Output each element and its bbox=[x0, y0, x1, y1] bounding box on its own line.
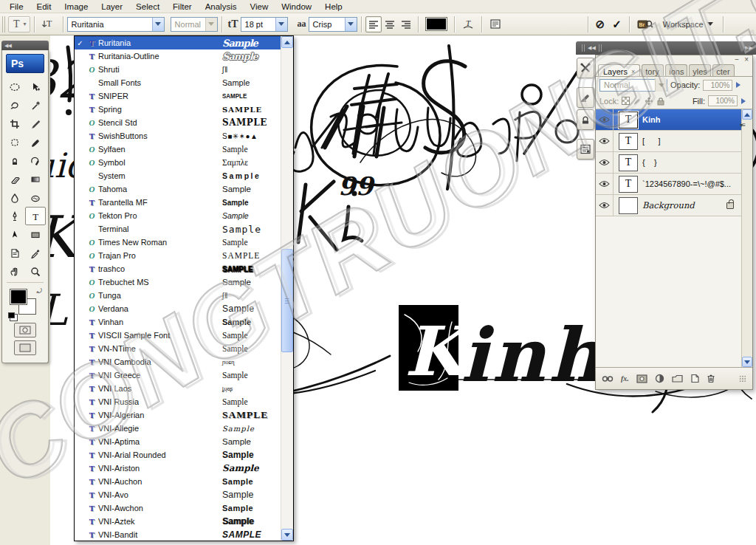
font-list-item[interactable]: T VNI-Allegie Sample bbox=[75, 422, 281, 435]
layer-visibility-toggle[interactable] bbox=[596, 109, 614, 130]
healing-brush-tool[interactable] bbox=[4, 133, 25, 151]
dock-grip[interactable] bbox=[582, 44, 585, 52]
layer-name[interactable]: `1234567890-=\~!@#$... bbox=[642, 179, 741, 188]
quick-mask-button[interactable] bbox=[14, 323, 36, 337]
delete-layer-button[interactable] bbox=[707, 374, 715, 383]
scroll-up-button[interactable] bbox=[742, 109, 752, 120]
font-list-item[interactable]: System Sample bbox=[75, 169, 281, 182]
font-list-item[interactable]: T VN-NTime Sample bbox=[75, 342, 281, 355]
character-panel-button[interactable] bbox=[577, 139, 594, 160]
scroll-up-button[interactable] bbox=[281, 36, 293, 48]
font-list-item[interactable]: O Trebuchet MS Sample bbox=[75, 275, 281, 289]
align-center-button[interactable] bbox=[382, 16, 398, 32]
clone-source-panel-button[interactable] bbox=[577, 109, 594, 130]
pen-tool[interactable] bbox=[4, 207, 25, 225]
eyedropper-tool[interactable] bbox=[25, 244, 46, 262]
dock-grip[interactable] bbox=[599, 44, 602, 52]
lasso-tool[interactable] bbox=[4, 96, 25, 114]
collapse-left-icon[interactable]: ◀◀ bbox=[588, 45, 596, 51]
combo-arrow-icon[interactable] bbox=[345, 18, 357, 31]
screen-mode-button[interactable] bbox=[14, 340, 36, 355]
panel-tab[interactable]: tory bbox=[642, 64, 664, 76]
layer-row[interactable]: T [ ] bbox=[596, 131, 741, 152]
font-list-item[interactable]: T VNI-Ariston Sample bbox=[75, 462, 281, 475]
font-list-item[interactable]: O Symbol Σαμπλε bbox=[75, 156, 281, 169]
clone-stamp-tool[interactable] bbox=[4, 151, 25, 170]
font-list-item[interactable]: T VNI-Algerian SAMPLE bbox=[75, 408, 281, 422]
layer-thumbnail[interactable]: T bbox=[619, 133, 638, 150]
layer-row[interactable]: Background bbox=[596, 195, 741, 216]
shape-tool[interactable] bbox=[25, 225, 46, 244]
bridge-button[interactable]: Br bbox=[633, 16, 657, 32]
lock-transparency-icon[interactable] bbox=[622, 97, 630, 105]
opacity-value[interactable]: 100% bbox=[703, 80, 732, 91]
brush-tool[interactable] bbox=[25, 133, 46, 151]
collapse-right-icon[interactable]: ▶▶ bbox=[745, 45, 753, 51]
new-layer-button[interactable] bbox=[690, 374, 699, 383]
layer-name[interactable]: Background bbox=[642, 200, 726, 210]
font-list-item[interactable]: O Sylfaen Sample bbox=[75, 143, 281, 156]
font-list-item[interactable]: O Tunga ʃǁ bbox=[75, 289, 281, 302]
panel-tab[interactable]: Layers × bbox=[598, 64, 640, 76]
cancel-button[interactable]: ⊘ bbox=[592, 16, 609, 32]
font-size-combo[interactable]: 18 pt bbox=[241, 17, 288, 32]
commit-button[interactable]: ✓ bbox=[608, 16, 625, 32]
layer-thumbnail[interactable]: T bbox=[619, 112, 638, 128]
font-list-item[interactable]: O Times New Roman Sample bbox=[75, 236, 281, 249]
panel-dock-header[interactable]: ◀◀ ▶▶ bbox=[576, 41, 756, 55]
tool-presets-button[interactable] bbox=[577, 58, 594, 78]
tab-close-icon[interactable]: × bbox=[631, 68, 635, 75]
menu-item[interactable]: Filter bbox=[166, 1, 199, 13]
notes-tool[interactable] bbox=[4, 244, 25, 262]
slice-tool[interactable] bbox=[25, 114, 46, 133]
eraser-tool[interactable] bbox=[4, 170, 25, 188]
combo-arrow-icon[interactable] bbox=[152, 18, 164, 31]
path-selection-tool[interactable] bbox=[4, 225, 25, 244]
font-list-item[interactable]: O Stencil Std SAMPLE bbox=[75, 116, 281, 129]
font-list-item[interactable]: T VNI-Aptima Sample bbox=[75, 435, 281, 448]
font-list-item[interactable]: T Tarantella MF Sample bbox=[75, 196, 281, 209]
toggle-palettes-button[interactable] bbox=[486, 16, 505, 32]
font-list-item[interactable]: T VNI Russia Sample bbox=[75, 395, 281, 408]
menu-item[interactable]: Edit bbox=[30, 1, 58, 13]
zoom-tool[interactable] bbox=[25, 262, 46, 281]
font-style-combo[interactable]: Normal bbox=[171, 17, 218, 32]
blur-tool[interactable] bbox=[4, 188, 25, 207]
align-left-button[interactable] bbox=[365, 16, 382, 32]
magic-wand-tool[interactable] bbox=[25, 96, 46, 114]
font-list-item[interactable]: T VNI-Arial Rounded Sample bbox=[75, 448, 281, 462]
foreground-color-swatch[interactable] bbox=[10, 289, 27, 305]
font-list-item[interactable]: O Shruti ʃǁ bbox=[75, 63, 281, 76]
marquee-tool[interactable] bbox=[4, 78, 25, 96]
font-list-item[interactable]: T SNIPER SAMPLE bbox=[75, 89, 281, 103]
text-orientation-button[interactable]: T bbox=[38, 16, 59, 32]
font-list-item[interactable]: O Verdana Sample bbox=[75, 302, 281, 315]
layer-thumbnail[interactable] bbox=[619, 197, 638, 214]
font-list-item[interactable]: T Spring SAMPLE bbox=[75, 103, 281, 116]
anti-alias-combo[interactable]: Crisp bbox=[309, 17, 357, 32]
gradient-tool[interactable] bbox=[25, 170, 46, 188]
layer-name[interactable]: [ ] bbox=[642, 137, 741, 145]
layer-visibility-toggle[interactable] bbox=[596, 195, 614, 216]
menu-item[interactable]: View bbox=[243, 1, 275, 13]
font-list-item[interactable]: T SwishButtons S■✳✶●▲ bbox=[75, 129, 281, 143]
layer-visibility-toggle[interactable] bbox=[596, 174, 614, 194]
new-group-button[interactable] bbox=[672, 374, 683, 383]
layer-thumbnail[interactable]: T bbox=[619, 176, 638, 193]
dodge-tool[interactable] bbox=[25, 188, 46, 207]
font-list-item[interactable]: O Trajan Pro SAMPLE bbox=[75, 249, 281, 262]
menu-item[interactable]: Select bbox=[129, 1, 166, 13]
font-list-item[interactable]: T VNI Greece Sample bbox=[75, 369, 281, 382]
move-tool[interactable] bbox=[25, 78, 46, 96]
collapse-left-icon[interactable]: ◀◀ bbox=[4, 43, 11, 49]
workspace-dropdown[interactable]: Workspace bbox=[657, 19, 719, 29]
text-color-swatch[interactable] bbox=[425, 17, 447, 31]
toolbox-header[interactable]: ◀◀ bbox=[1, 41, 49, 50]
font-list-item[interactable]: T VNI-Auchon Sample bbox=[75, 475, 281, 488]
fill-slider-arrow[interactable] bbox=[741, 98, 749, 104]
default-colors-icon[interactable] bbox=[8, 312, 15, 318]
menu-item[interactable]: Help bbox=[318, 1, 349, 13]
layer-visibility-toggle[interactable] bbox=[596, 152, 614, 173]
panel-tab[interactable]: ions bbox=[665, 64, 687, 76]
menu-item[interactable]: File bbox=[3, 1, 30, 13]
